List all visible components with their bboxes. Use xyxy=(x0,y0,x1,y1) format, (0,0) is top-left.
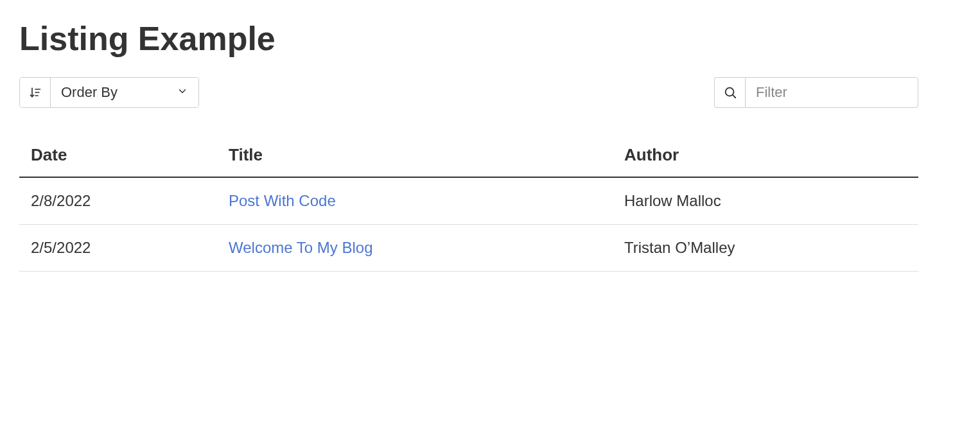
cell-author: Tristan O’Malley xyxy=(613,225,918,272)
cell-title: Welcome To My Blog xyxy=(217,225,613,272)
chevron-down-icon xyxy=(177,84,188,101)
table-header-row: Date Title Author xyxy=(19,134,918,177)
order-by-group: Order By xyxy=(19,77,199,108)
table-row: 2/8/2022 Post With Code Harlow Malloc xyxy=(19,177,918,225)
cell-author: Harlow Malloc xyxy=(613,177,918,225)
search-icon xyxy=(714,77,745,108)
header-title[interactable]: Title xyxy=(217,134,613,177)
cell-title: Post With Code xyxy=(217,177,613,225)
filter-group xyxy=(714,77,918,108)
listing-table: Date Title Author 2/8/2022 Post With Cod… xyxy=(19,134,918,272)
post-link[interactable]: Post With Code xyxy=(229,192,336,209)
toolbar: Order By xyxy=(19,77,918,108)
sort-icon[interactable] xyxy=(20,78,51,107)
filter-input[interactable] xyxy=(745,77,918,108)
table-row: 2/5/2022 Welcome To My Blog Tristan O’Ma… xyxy=(19,225,918,272)
svg-line-4 xyxy=(733,95,735,98)
cell-date: 2/5/2022 xyxy=(19,225,217,272)
header-date[interactable]: Date xyxy=(19,134,217,177)
post-link[interactable]: Welcome To My Blog xyxy=(229,239,373,256)
order-by-label: Order By xyxy=(61,84,118,101)
cell-date: 2/8/2022 xyxy=(19,177,217,225)
header-author[interactable]: Author xyxy=(613,134,918,177)
order-by-select[interactable]: Order By xyxy=(51,78,198,107)
page-title: Listing Example xyxy=(19,19,918,58)
